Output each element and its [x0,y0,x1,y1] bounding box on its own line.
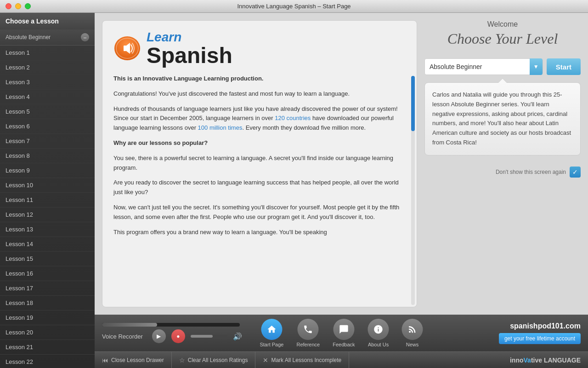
lesson-item[interactable]: Lesson 14 [0,237,95,252]
lesson-item[interactable]: Lesson 5 [0,104,95,119]
skip-back-icon: ⏮ [102,356,108,364]
volume-fill [191,335,213,338]
voice-recorder: Voice Recorder ▶ ● 🔊 [95,319,269,347]
lesson-item[interactable]: Lesson 7 [0,134,95,149]
window-controls[interactable] [6,3,31,9]
minimize-button[interactable] [15,3,21,9]
level-dropdown[interactable]: Absolute Beginner ▼ [424,58,543,75]
recorder-controls: Voice Recorder ▶ ● 🔊 [102,329,262,343]
content-panel: Learn Spanish This is an Innovative Lang… [95,13,588,315]
clear-ratings-label: Clear All Lesson Ratings [188,357,248,363]
feedback-label: Feedback [333,342,355,347]
para2: Hundreds of thousands of language learne… [113,104,400,133]
logo-area: Learn Spanish [102,21,417,74]
progress-fill [102,323,157,327]
volume-slider[interactable] [191,335,227,338]
main-area: Learn Spanish This is an Innovative Lang… [95,13,588,368]
scrollbar[interactable] [411,76,415,305]
nav-icon-start-page[interactable]: Start Page [253,316,290,350]
description-text: Carlos and Natalia will guide you throug… [432,91,571,146]
nav-icon-feedback[interactable]: Feedback [326,316,361,350]
footer-bar: ⏮ Close Lesson Drawer ☆ Clear All Lesson… [95,351,588,368]
play-button[interactable]: ▶ [152,329,166,343]
lesson-item[interactable]: Lesson 12 [0,207,95,222]
para3: You see, there is a powerful secret to l… [113,154,400,173]
left-content: Learn Spanish This is an Innovative Lang… [102,20,417,307]
news-label: News [406,342,419,347]
lesson-item[interactable]: Lesson 1 [0,46,95,60]
innovative-logo: innoVative LANGUAGE [510,356,581,364]
dont-show-label: Don't show this screen again [496,169,566,175]
sidebar-section-label: Absolute Beginner [6,34,51,40]
mark-incomplete-button[interactable]: ✕ Mark All Lessons Incomplete [255,352,349,368]
sidebar: Choose a Lesson Absolute Beginner – Less… [0,13,95,368]
welcome-section: Welcome Choose Your Level [424,20,581,47]
para1: Congratulations! You've just discovered … [113,89,400,99]
brand-cta-button[interactable]: get your free lifetime account [499,333,581,344]
lesson-item[interactable]: Lesson 17 [0,281,95,296]
clear-ratings-button[interactable]: ☆ Clear All Lesson Ratings [172,352,256,368]
close-button[interactable] [6,3,11,9]
lesson-item[interactable]: Lesson 20 [0,325,95,340]
lesson-item[interactable]: Lesson 16 [0,266,95,281]
close-lesson-label: Close Lesson Drawer [111,357,164,363]
lesson-item[interactable]: Lesson 11 [0,193,95,207]
nav-icon-about-us[interactable]: About Us [362,316,396,350]
lesson-item[interactable]: Lesson 18 [0,296,95,310]
dont-show-checkbox[interactable]: ✓ [570,167,581,178]
lesson-item[interactable]: Lesson 13 [0,222,95,237]
window-title: Innovative Language Spanish – Start Page [237,3,351,10]
logo-learn-text: Learn [147,30,232,45]
right-panel: Welcome Choose Your Level Absolute Begin… [424,20,581,307]
star-icon: ☆ [179,356,185,364]
close-lesson-drawer-button[interactable]: ⏮ Close Lesson Drawer [95,352,172,368]
nav-icon-news[interactable]: News [396,316,430,350]
footer-left: ⏮ Close Lesson Drawer ☆ Clear All Lesson… [95,352,349,368]
volume-icon: 🔊 [233,332,242,341]
lesson-item[interactable]: Lesson 15 [0,252,95,266]
lesson-item[interactable]: Lesson 6 [0,119,95,134]
recorder-progress [102,323,240,327]
start-page-label: Start Page [260,342,283,347]
record-button[interactable]: ● [171,329,185,343]
para6: This program offers you a brand new way … [113,228,400,237]
lesson-item[interactable]: Lesson 9 [0,163,95,178]
lesson-item[interactable]: Lesson 22 [0,355,95,368]
logo-text: Learn Spanish [147,30,232,67]
start-page-icon [261,319,282,340]
nav-icon-reference[interactable]: Reference [290,316,326,350]
dont-show-row: Don't show this screen again ✓ [424,167,581,178]
logo-spanish-text: Spanish [147,45,232,67]
para4: Are you ready to discover the secret to … [113,178,400,197]
feedback-icon [333,319,354,340]
description-box: Carlos and Natalia will guide you throug… [424,82,581,155]
collapse-button[interactable]: – [81,33,89,41]
lesson-item[interactable]: Lesson 4 [0,90,95,104]
reference-label: Reference [296,342,320,347]
about-us-label: About Us [368,342,389,347]
dropdown-arrow[interactable]: ▼ [530,58,543,75]
start-button[interactable]: Start [547,58,581,75]
choose-level-title: Choose Your Level [424,30,581,47]
lesson-item[interactable]: Lesson 2 [0,60,95,75]
selected-level: Absolute Beginner [430,63,482,70]
lesson-item[interactable]: Lesson 8 [0,149,95,163]
reference-icon [298,319,319,340]
sidebar-section[interactable]: Absolute Beginner – [0,29,95,46]
scroll-thumb [411,76,415,131]
lesson-item[interactable]: Lesson 19 [0,310,95,325]
welcome-label: Welcome [424,20,581,29]
nav-icons: Start PageReferenceFeedbackAbout UsNews [253,316,429,350]
about-us-icon [368,319,389,340]
maximize-button[interactable] [25,3,31,9]
x-icon: ✕ [263,356,268,364]
lesson-item[interactable]: Lesson 10 [0,178,95,193]
lesson-item[interactable]: Lesson 3 [0,75,95,90]
brand-name: spanishpod101.com [510,322,581,330]
logo-icon [113,34,141,62]
svg-rect-2 [124,46,126,51]
title-bar: Innovative Language Spanish – Start Page [0,0,588,13]
footer-right: innoVative LANGUAGE [510,356,588,364]
lesson-item[interactable]: Lesson 21 [0,340,95,355]
recorder-label: Voice Recorder [102,333,143,340]
